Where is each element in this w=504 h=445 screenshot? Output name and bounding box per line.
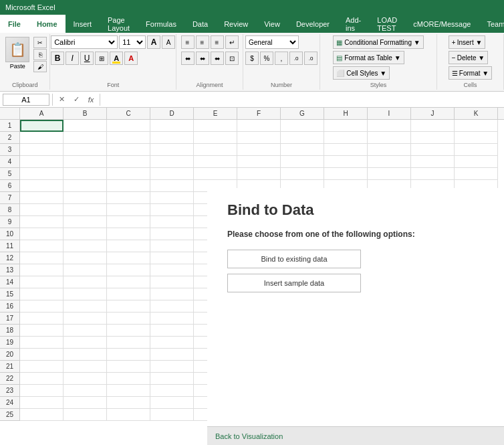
cell-D23[interactable] bbox=[150, 385, 194, 397]
insert-button[interactable]: + Insert ▼ bbox=[449, 35, 486, 49]
cell-K3[interactable] bbox=[455, 144, 498, 156]
cell-D8[interactable] bbox=[150, 204, 194, 216]
cell-D24[interactable] bbox=[150, 397, 194, 409]
tab-cmore[interactable]: cMORE/Message bbox=[405, 15, 479, 33]
paste-button[interactable]: 📋 Paste bbox=[3, 35, 32, 71]
cell-B5[interactable] bbox=[64, 168, 107, 180]
insert-sample-data-button[interactable]: Insert sample data bbox=[227, 274, 361, 292]
cell-H3[interactable] bbox=[324, 144, 368, 156]
cell-styles-button[interactable]: ⬜ Cell Styles ▼ bbox=[333, 66, 390, 80]
cell-I4[interactable] bbox=[368, 156, 411, 168]
format-button[interactable]: ☰ Format ▼ bbox=[449, 66, 492, 80]
cell-F5[interactable] bbox=[237, 168, 281, 180]
tab-formulas[interactable]: Formulas bbox=[138, 15, 184, 33]
align-center-button[interactable]: ⬌ bbox=[196, 52, 209, 65]
cell-I5[interactable] bbox=[368, 168, 411, 180]
cell-C25[interactable] bbox=[107, 409, 150, 421]
cell-B1[interactable] bbox=[64, 120, 107, 132]
cell-C19[interactable] bbox=[107, 337, 150, 349]
cell-C3[interactable] bbox=[107, 144, 150, 156]
cell-C5[interactable] bbox=[107, 168, 150, 180]
cell-D17[interactable] bbox=[150, 313, 194, 325]
cell-C6[interactable] bbox=[107, 180, 150, 192]
percent-button[interactable]: % bbox=[260, 52, 273, 65]
cell-J3[interactable] bbox=[411, 144, 455, 156]
cell-B7[interactable] bbox=[64, 192, 107, 204]
cell-C15[interactable] bbox=[107, 288, 150, 300]
cell-B12[interactable] bbox=[64, 252, 107, 264]
delete-button[interactable]: − Delete ▼ bbox=[449, 51, 488, 64]
cell-H4[interactable] bbox=[324, 156, 368, 168]
cell-B23[interactable] bbox=[64, 385, 107, 397]
align-top-right-button[interactable]: ≡ bbox=[211, 35, 224, 49]
cell-B8[interactable] bbox=[64, 204, 107, 216]
cell-B6[interactable] bbox=[64, 180, 107, 192]
decrease-font-button[interactable]: A bbox=[162, 35, 175, 49]
decrease-decimal-button[interactable]: .0 bbox=[304, 52, 318, 65]
cell-J4[interactable] bbox=[411, 156, 455, 168]
cell-A22[interactable] bbox=[20, 373, 64, 385]
cell-E2[interactable] bbox=[194, 132, 237, 144]
cell-C21[interactable] bbox=[107, 361, 150, 373]
cell-A5[interactable] bbox=[20, 168, 64, 180]
increase-decimal-button[interactable]: .0 bbox=[289, 52, 303, 65]
cell-K2[interactable] bbox=[455, 132, 498, 144]
cell-C20[interactable] bbox=[107, 349, 150, 361]
cell-A9[interactable] bbox=[20, 216, 64, 228]
cell-F2[interactable] bbox=[237, 132, 281, 144]
cell-A21[interactable] bbox=[20, 361, 64, 373]
font-name-select[interactable]: Calibri bbox=[51, 35, 118, 49]
cell-A11[interactable] bbox=[20, 240, 64, 252]
cell-D6[interactable] bbox=[150, 180, 194, 192]
tab-insert[interactable]: Insert bbox=[66, 15, 100, 33]
cell-F4[interactable] bbox=[237, 156, 281, 168]
tab-developer[interactable]: Developer bbox=[288, 15, 338, 33]
tab-add-ins[interactable]: Add-ins bbox=[338, 15, 369, 33]
cell-C12[interactable] bbox=[107, 252, 150, 264]
cell-A13[interactable] bbox=[20, 264, 64, 276]
cell-D25[interactable] bbox=[150, 409, 194, 421]
cell-D2[interactable] bbox=[150, 132, 194, 144]
number-format-select[interactable]: General bbox=[245, 35, 299, 49]
align-left-button[interactable]: ⬌ bbox=[181, 52, 195, 65]
cell-A10[interactable] bbox=[20, 228, 64, 240]
cell-B14[interactable] bbox=[64, 276, 107, 288]
tab-page-layout[interactable]: Page Layout bbox=[100, 15, 138, 33]
tab-file[interactable]: File bbox=[0, 15, 29, 33]
cell-G4[interactable] bbox=[281, 156, 324, 168]
underline-button[interactable]: U bbox=[80, 52, 94, 65]
cell-A20[interactable] bbox=[20, 349, 64, 361]
cell-E5[interactable] bbox=[194, 168, 237, 180]
merge-center-button[interactable]: ⊡ bbox=[225, 52, 239, 65]
bold-button[interactable]: B bbox=[51, 52, 64, 65]
formula-input[interactable] bbox=[103, 94, 501, 106]
cell-A14[interactable] bbox=[20, 276, 64, 288]
cell-C13[interactable] bbox=[107, 264, 150, 276]
fx-button[interactable]: fx bbox=[85, 94, 97, 106]
cell-G2[interactable] bbox=[281, 132, 324, 144]
cell-K5[interactable] bbox=[455, 168, 498, 180]
cell-A7[interactable] bbox=[20, 192, 64, 204]
cell-F3[interactable] bbox=[237, 144, 281, 156]
copy-button[interactable]: ⎘ bbox=[33, 49, 47, 60]
cell-B21[interactable] bbox=[64, 361, 107, 373]
cell-D16[interactable] bbox=[150, 300, 194, 313]
cell-A24[interactable] bbox=[20, 397, 64, 409]
tab-data[interactable]: Data bbox=[184, 15, 216, 33]
cell-D15[interactable] bbox=[150, 288, 194, 300]
increase-font-button[interactable]: A bbox=[147, 35, 160, 49]
cell-A2[interactable] bbox=[20, 132, 64, 144]
back-to-visualization-link[interactable]: Back to Visualization bbox=[215, 432, 283, 440]
cell-B10[interactable] bbox=[64, 228, 107, 240]
cut-button[interactable]: ✂ bbox=[33, 37, 47, 48]
cell-I3[interactable] bbox=[368, 144, 411, 156]
wrap-text-button[interactable]: ↵ bbox=[225, 35, 239, 49]
cell-D22[interactable] bbox=[150, 373, 194, 385]
borders-button[interactable]: ⊞ bbox=[95, 52, 108, 65]
cell-A3[interactable] bbox=[20, 144, 64, 156]
cell-C4[interactable] bbox=[107, 156, 150, 168]
fill-color-button[interactable]: A bbox=[110, 52, 123, 65]
tab-view[interactable]: View bbox=[256, 15, 288, 33]
align-right-button[interactable]: ⬌ bbox=[211, 52, 224, 65]
cell-I1[interactable] bbox=[368, 120, 411, 132]
